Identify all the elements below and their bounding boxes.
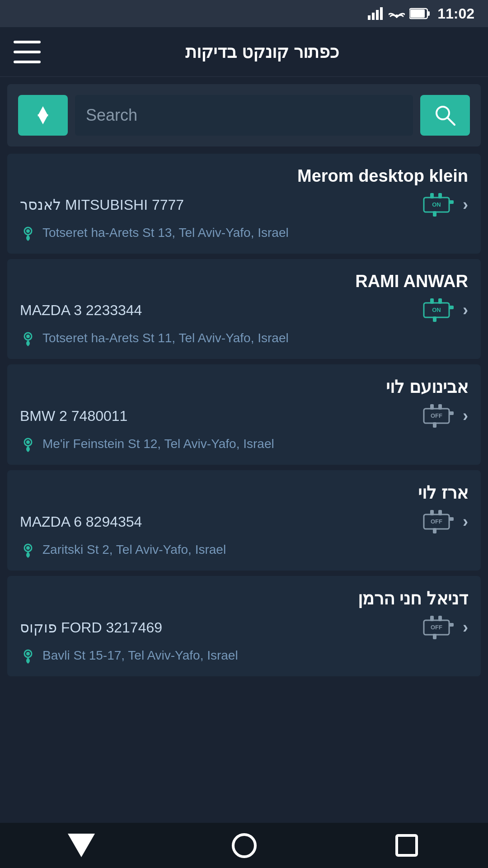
svg-rect-21 [438,298,442,304]
list-item[interactable]: ארז לוי 8294354 MAZDA 6 [7,470,481,571]
svg-text:OFF: OFF [431,518,442,525]
svg-rect-5 [427,11,430,16]
engine-badge: OFF [420,402,456,429]
list-item[interactable]: RAMI ANWAR 2233344 MAZDA 3 [7,259,481,359]
search-input[interactable] [75,95,413,136]
svg-point-50 [26,652,30,656]
svg-rect-22 [449,306,454,309]
item-details-row: 3217469 FORD פוקוס [20,614,468,641]
item-location-row: Bavli St 15-17, Tel Aviv-Yafo, Israel [20,647,468,664]
battery-icon [409,8,430,19]
svg-rect-14 [449,200,454,204]
item-name: RAMI ANWAR [20,272,468,291]
item-name: ארז לוי [20,483,468,503]
list-item[interactable]: אבינועם לוי 7480011 BMW 2 [7,364,481,465]
chevron-right-icon: › [463,195,468,214]
nav-recent-button[interactable] [384,832,429,859]
item-right: ON › [420,191,468,218]
menu-line-3 [14,61,41,63]
svg-rect-2 [376,10,379,20]
svg-text:ON: ON [432,201,441,208]
svg-text:OFF: OFF [431,624,442,631]
search-container [7,84,481,146]
item-name: Merom desktop klein [20,166,468,186]
engine-icon: ON [420,191,456,218]
item-right: OFF › [420,614,468,641]
engine-badge: ON [420,191,456,218]
item-number-model: 8294354 MAZDA 6 [20,514,142,530]
list-item[interactable]: דניאל חני הרמן 3217469 FORD פוקוס [7,576,481,676]
sort-button[interactable] [18,95,68,136]
item-location-row: Totseret ha-Arets St 11, Tel Aviv-Yafo, … [20,330,468,346]
item-address: Bavli St 15-17, Tel Aviv-Yafo, Israel [42,648,238,663]
list-item[interactable]: Merom desktop klein 7777 MITSUBISHI לאנס… [7,154,481,254]
item-number-model: 2233344 MAZDA 3 [20,302,142,319]
svg-rect-20 [430,298,434,304]
svg-rect-15 [433,211,436,217]
signal-icon [368,7,384,20]
svg-rect-28 [430,404,434,410]
svg-rect-44 [430,616,434,621]
item-right: OFF › [420,402,468,429]
item-details-row: 7480011 BMW 2 [20,402,468,429]
svg-rect-36 [430,510,434,515]
svg-point-34 [26,440,30,444]
svg-rect-1 [372,13,375,20]
status-icons [368,7,430,20]
item-number-model: 3217469 FORD פוקוס [20,619,162,636]
svg-rect-39 [433,528,436,533]
engine-icon: OFF [420,614,456,641]
engine-icon: ON [420,297,456,324]
header: כפתור קונקט בדיקות [0,27,488,77]
svg-point-42 [26,546,30,550]
svg-rect-45 [438,616,442,621]
svg-rect-29 [438,404,442,410]
engine-badge: ON [420,297,456,324]
svg-point-26 [26,335,30,338]
svg-line-10 [447,118,455,125]
chevron-right-icon: › [463,301,468,320]
svg-marker-8 [38,114,48,124]
list-container: Merom desktop klein 7777 MITSUBISHI לאנס… [0,154,488,676]
nav-home-button[interactable] [221,832,267,859]
svg-rect-30 [449,411,454,415]
status-time: 11:02 [437,5,474,22]
home-icon [232,833,257,858]
search-icon [434,104,456,127]
item-name: אבינועם לוי [20,377,468,397]
back-icon [68,834,95,857]
svg-rect-3 [380,7,383,20]
engine-icon: OFF [420,402,456,429]
item-details-row: 7777 MITSUBISHI לאנסר [20,191,468,218]
recent-icon [395,834,418,857]
location-icon [20,647,36,664]
chevron-right-icon: › [463,512,468,531]
item-address: Totseret ha-Arets St 11, Tel Aviv-Yafo, … [42,331,289,345]
bottom-navigation [0,823,488,868]
item-number-model: 7777 MITSUBISHI לאנסר [20,196,184,213]
item-name: דניאל חני הרמן [20,589,468,609]
engine-badge: OFF [420,614,456,641]
location-icon [20,225,36,241]
location-icon [20,542,36,558]
menu-button[interactable] [14,41,41,63]
chevron-right-icon: › [463,406,468,425]
item-location-row: Me'ir Feinstein St 12, Tel Aviv-Yafo, Is… [20,436,468,452]
search-button[interactable] [420,95,470,136]
chevron-right-icon: › [463,618,468,637]
item-location-row: Totseret ha-Arets St 13, Tel Aviv-Yafo, … [20,225,468,241]
status-bar: 11:02 [0,0,488,27]
sort-icon [31,104,55,127]
svg-rect-13 [438,193,442,198]
item-address: Totseret ha-Arets St 13, Tel Aviv-Yafo, … [42,226,289,240]
item-address: Zaritski St 2, Tel Aviv-Yafo, Israel [42,542,226,557]
item-location-row: Zaritski St 2, Tel Aviv-Yafo, Israel [20,542,468,558]
menu-line-1 [14,41,41,43]
item-address: Me'ir Feinstein St 12, Tel Aviv-Yafo, Is… [42,437,274,451]
item-right: ON › [420,297,468,324]
page-title: כפתור קונקט בדיקות [50,42,474,62]
svg-rect-31 [433,422,436,428]
item-right: OFF › [420,508,468,535]
svg-text:OFF: OFF [431,412,442,419]
nav-back-button[interactable] [59,832,104,859]
